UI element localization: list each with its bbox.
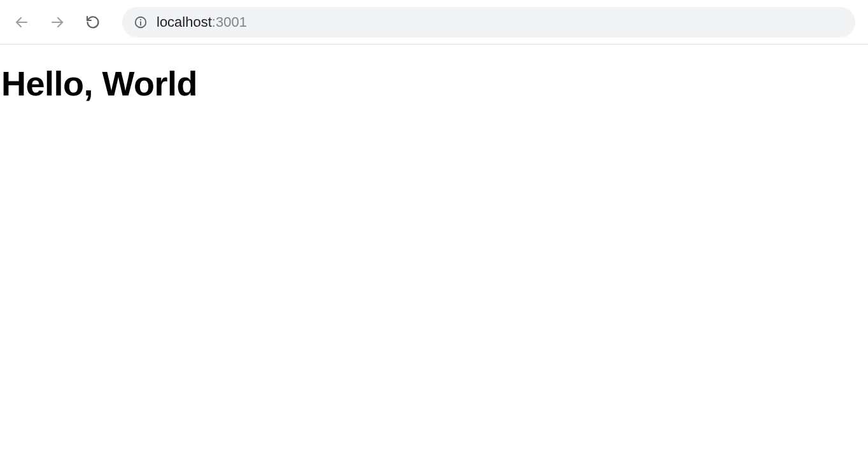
info-icon	[134, 15, 148, 29]
reload-button[interactable]	[84, 13, 102, 31]
url-host: localhost	[157, 14, 212, 31]
back-button[interactable]	[13, 13, 31, 31]
page-heading: Hello, World	[1, 64, 868, 103]
arrow-right-icon	[50, 15, 65, 30]
arrow-left-icon	[14, 15, 29, 30]
forward-button[interactable]	[48, 13, 66, 31]
nav-buttons	[13, 13, 102, 31]
url-display[interactable]: localhost:3001	[157, 14, 247, 31]
svg-point-4	[140, 18, 141, 20]
site-info-button[interactable]	[134, 15, 148, 29]
page-content: Hello, World	[0, 45, 868, 103]
browser-toolbar: localhost:3001	[0, 0, 868, 45]
reload-icon	[85, 15, 101, 30]
url-port: :3001	[212, 14, 247, 31]
address-bar[interactable]: localhost:3001	[122, 7, 855, 38]
